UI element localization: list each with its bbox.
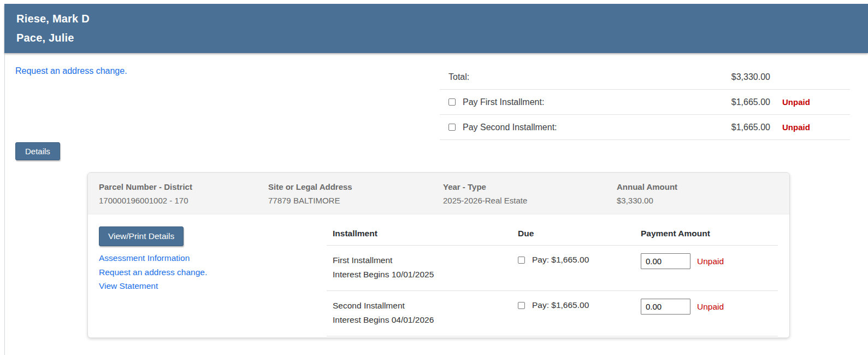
second-installment-payment-input[interactable] [641, 299, 690, 315]
tax-account-page: Riese, Mark D Pace, Julie Request an add… [0, 0, 868, 355]
pay-second-installment-checkbox[interactable] [448, 124, 456, 131]
address-change-link[interactable]: Request an address change. [15, 66, 127, 76]
account-header-banner: Riese, Mark D Pace, Julie [4, 4, 868, 53]
second-installment-amount: $1,665.00 [705, 123, 770, 132]
assessment-information-link[interactable]: Assessment Information [99, 251, 190, 265]
site-address-label: Site or Legal Address [268, 180, 443, 194]
pay-first-installment-row: Pay First Installment: $1,665.00 Unpaid [440, 90, 850, 115]
parcel-details-body: View/Print Details Assessment Informatio… [88, 214, 789, 336]
year-type-value: 2025-2026-Real Estate [443, 194, 617, 207]
pay-second-installment-label: Pay Second Installment: [463, 123, 557, 132]
page-left-border [4, 4, 5, 355]
first-installment-payment-cell: Unpaid [641, 253, 778, 269]
account-name-primary: Riese, Mark D [16, 9, 868, 28]
first-installment-pay-checkbox[interactable] [518, 257, 525, 264]
second-installment-table-row: Second Installment Interest Begins 04/01… [327, 291, 778, 336]
first-installment-row-status: Unpaid [697, 257, 724, 266]
annual-amount-column: Annual Amount $3,330.00 [617, 180, 789, 207]
second-installment-pay-checkbox[interactable] [518, 302, 525, 309]
parcel-actions: View/Print Details Assessment Informatio… [88, 214, 327, 336]
first-installment-name: First Installment [333, 253, 518, 267]
annual-amount-value: $3,330.00 [617, 194, 789, 207]
pay-first-installment-checkbox[interactable] [448, 98, 456, 106]
site-address-column: Site or Legal Address 77879 BALTIMORE [268, 180, 443, 207]
parcel-number-column: Parcel Number - District 170000196001002… [99, 180, 268, 207]
first-installment-status-badge: Unpaid [770, 97, 850, 107]
first-installment-due-cell: Pay: $1,665.00 [518, 253, 641, 265]
pay-first-installment-label: Pay First Installment: [463, 97, 544, 107]
parcel-number-label: Parcel Number - District [99, 180, 268, 194]
second-installment-pay-label: Pay: $1,665.00 [532, 300, 589, 310]
first-installment-name-cell: First Installment Interest Begins 10/01/… [333, 253, 518, 282]
installments-table: Installment Due Payment Amount First Ins… [327, 214, 778, 336]
first-installment-pay-label: Pay: $1,665.00 [532, 255, 589, 265]
first-installment-payment-input[interactable] [641, 253, 690, 269]
parcel-summary-header: Parcel Number - District 170000196001002… [88, 173, 789, 214]
second-installment-interest-note: Interest Begins 04/01/2026 [333, 313, 518, 327]
parcel-number-value: 170000196001002 - 170 [99, 194, 268, 207]
parcel-details-panel: Parcel Number - District 170000196001002… [87, 172, 790, 338]
year-type-label: Year - Type [443, 180, 617, 194]
first-installment-table-row: First Installment Interest Begins 10/01/… [327, 246, 778, 291]
total-row: Total: $3,330.00 [440, 65, 850, 90]
second-installment-due-cell: Pay: $1,665.00 [518, 299, 641, 310]
installments-table-header: Installment Due Payment Amount [327, 229, 778, 246]
year-type-column: Year - Type 2025-2026-Real Estate [443, 180, 617, 207]
details-button[interactable]: Details [15, 142, 60, 160]
total-amount: $3,330.00 [705, 72, 770, 82]
second-installment-name-cell: Second Installment Interest Begins 04/01… [333, 299, 518, 327]
second-installment-name: Second Installment [333, 299, 518, 313]
view-statement-link[interactable]: View Statement [99, 279, 158, 293]
annual-amount-label: Annual Amount [617, 180, 789, 194]
installment-column-header: Installment [333, 229, 518, 238]
first-installment-interest-note: Interest Begins 10/01/2025 [333, 267, 518, 282]
account-name-secondary: Pace, Julie [16, 28, 868, 48]
view-print-details-button[interactable]: View/Print Details [99, 226, 184, 246]
second-installment-status-badge: Unpaid [770, 123, 850, 132]
totals-summary: Total: $3,330.00 Pay First Installment: … [440, 65, 850, 140]
first-installment-amount: $1,665.00 [705, 97, 770, 107]
second-installment-payment-cell: Unpaid [641, 299, 778, 315]
panel-address-change-link[interactable]: Request an address change. [99, 265, 207, 280]
pay-second-installment-row: Pay Second Installment: $1,665.00 Unpaid [440, 115, 850, 140]
site-address-value: 77879 BALTIMORE [268, 194, 443, 207]
total-label: Total: [448, 72, 469, 82]
second-installment-row-status: Unpaid [697, 302, 724, 312]
due-column-header: Due [518, 229, 641, 238]
payment-amount-column-header: Payment Amount [641, 229, 778, 238]
